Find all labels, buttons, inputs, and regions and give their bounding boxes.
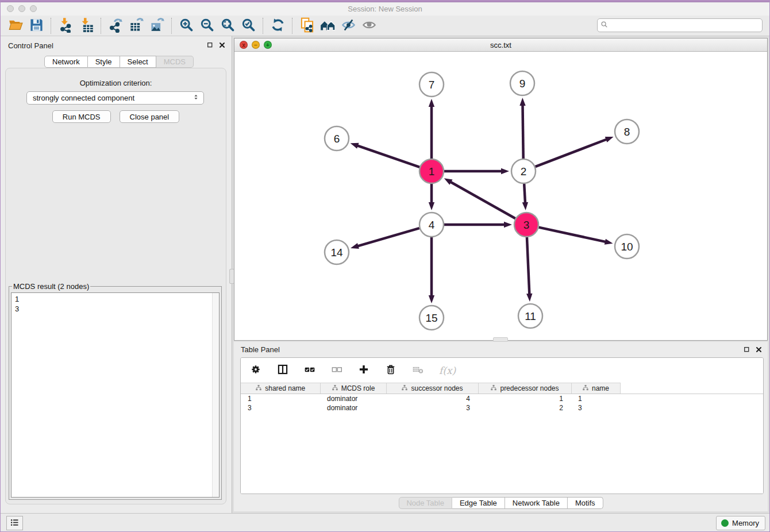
zoom-in-icon bbox=[179, 17, 194, 34]
table-panel-tabs: Node TableEdge TableNetwork TableMotifs bbox=[398, 497, 603, 509]
toolbar-separator bbox=[171, 18, 172, 34]
main-toolbar-buttons bbox=[5, 17, 379, 35]
export-image-icon bbox=[149, 17, 165, 34]
zoom-in-button[interactable] bbox=[176, 17, 197, 35]
export-table-button[interactable] bbox=[126, 17, 147, 35]
edge-arrowhead-1-6 bbox=[351, 143, 359, 149]
cell-successor-nodes[interactable]: 3 bbox=[386, 403, 478, 413]
save-session-button[interactable] bbox=[26, 17, 47, 35]
edge-3-1[interactable] bbox=[450, 182, 515, 218]
control-panel-title: Control Panel bbox=[8, 41, 53, 50]
show-all-button[interactable] bbox=[359, 17, 379, 35]
table-panel-float-button[interactable] bbox=[742, 345, 750, 353]
network-view-window: x − + scc.txt 7968124314101511 bbox=[234, 38, 768, 341]
control-panel-float-button[interactable] bbox=[206, 41, 214, 49]
apply-layout-button[interactable] bbox=[267, 17, 288, 35]
eye-icon bbox=[361, 17, 377, 34]
graph-node-label-10: 10 bbox=[621, 241, 633, 253]
function-builder-button: f(x) bbox=[439, 363, 456, 378]
cell-MCDS-role[interactable]: dominator bbox=[320, 394, 386, 403]
select-all-rows-button[interactable] bbox=[304, 363, 315, 378]
cell-predecessor-nodes[interactable]: 1 bbox=[478, 394, 571, 403]
import-network-button[interactable] bbox=[55, 17, 76, 35]
export-network-button[interactable] bbox=[105, 17, 126, 35]
export-table-icon bbox=[129, 17, 144, 34]
horizontal-splitter-grip[interactable] bbox=[493, 337, 508, 342]
network-canvas[interactable]: 7968124314101511 bbox=[234, 52, 767, 340]
table-row[interactable]: 1dominator411 bbox=[241, 394, 763, 403]
graph-node-label-4: 4 bbox=[429, 219, 435, 231]
criterion-select[interactable]: strongly connected component bbox=[26, 91, 204, 105]
table-panel: Table Panel f(x) shared nameMCDS rolesuc… bbox=[234, 342, 768, 511]
run-mcds-button[interactable]: Run MCDS bbox=[52, 110, 111, 123]
column-header-successor-nodes[interactable]: successor nodes bbox=[386, 383, 478, 394]
delete-column-button[interactable] bbox=[385, 363, 396, 378]
mcds-result-scrollbar[interactable] bbox=[212, 293, 219, 497]
cell-shared-name[interactable]: 3 bbox=[241, 403, 320, 413]
toolbar-separator bbox=[292, 18, 292, 34]
tab-style[interactable]: Style bbox=[88, 56, 120, 68]
column-header-MCDS-role[interactable]: MCDS role bbox=[320, 383, 386, 394]
add-column-button[interactable] bbox=[358, 363, 369, 378]
import-table-button[interactable] bbox=[76, 17, 97, 35]
tab-motifs[interactable]: Motifs bbox=[568, 497, 603, 509]
tab-select[interactable]: Select bbox=[120, 56, 156, 68]
delete-table-button bbox=[412, 363, 424, 378]
zoom-selected-button[interactable] bbox=[238, 17, 259, 35]
edge-arrowhead-1-7 bbox=[429, 99, 434, 107]
cell-name[interactable]: 1 bbox=[571, 394, 620, 403]
table-panel-close-button[interactable] bbox=[754, 345, 763, 353]
node-table-header-row: shared nameMCDS rolesuccessor nodesprede… bbox=[241, 383, 763, 394]
close-panel-button[interactable]: Close panel bbox=[120, 110, 180, 123]
tab-edge-table[interactable]: Edge Table bbox=[452, 497, 505, 509]
plus-icon bbox=[358, 364, 369, 377]
first-neighbors-button[interactable] bbox=[317, 17, 338, 35]
network-graph[interactable]: 7968124314101511 bbox=[234, 52, 767, 340]
combo-arrows-icon bbox=[192, 92, 200, 104]
network-window-titlebar[interactable]: x − + scc.txt bbox=[234, 38, 767, 52]
open-session-button[interactable] bbox=[5, 17, 26, 35]
toggle-columns-button[interactable] bbox=[277, 363, 288, 378]
column-header-predecessor-nodes[interactable]: predecessor nodes bbox=[478, 383, 571, 394]
edge-1-6[interactable] bbox=[357, 145, 419, 167]
search-input[interactable] bbox=[609, 20, 760, 31]
task-history-button[interactable] bbox=[6, 516, 23, 530]
clone-network-button[interactable] bbox=[297, 17, 317, 35]
status-bar: Memory bbox=[1, 513, 769, 532]
mcds-result-box[interactable]: 1 3 bbox=[11, 292, 220, 498]
edge-2-8[interactable] bbox=[536, 139, 607, 167]
cell-filler bbox=[620, 394, 763, 403]
table-row[interactable]: 3dominator323 bbox=[241, 403, 763, 413]
zoom-out-button[interactable] bbox=[197, 17, 217, 35]
hide-selected-button[interactable] bbox=[338, 17, 359, 35]
memory-button[interactable]: Memory bbox=[716, 516, 765, 530]
edge-2-9[interactable] bbox=[522, 105, 523, 159]
edge-arrowhead-3-10 bbox=[605, 239, 613, 245]
cell-MCDS-role[interactable]: dominator bbox=[320, 403, 386, 413]
deselect-all-rows-button[interactable] bbox=[331, 363, 342, 378]
edge-4-14[interactable] bbox=[357, 228, 419, 246]
edge-arrowhead-3-1 bbox=[444, 178, 453, 184]
edge-3-11[interactable] bbox=[527, 237, 529, 295]
table-settings-button[interactable] bbox=[250, 363, 261, 378]
zoom-fit-button[interactable] bbox=[217, 17, 238, 35]
cell-name[interactable]: 3 bbox=[571, 403, 620, 413]
table-delete-icon bbox=[412, 364, 424, 377]
cell-shared-name[interactable]: 1 bbox=[241, 394, 320, 403]
control-panel-close-button[interactable] bbox=[218, 41, 226, 49]
cell-successor-nodes[interactable]: 4 bbox=[386, 394, 478, 403]
export-image-button[interactable] bbox=[147, 17, 167, 35]
tab-node-table[interactable]: Node Table bbox=[398, 497, 452, 509]
cell-predecessor-nodes[interactable]: 2 bbox=[478, 403, 571, 413]
tab-network-table[interactable]: Network Table bbox=[505, 497, 568, 509]
column-header-name[interactable]: name bbox=[571, 383, 620, 394]
tab-mcds[interactable]: MCDS bbox=[156, 56, 194, 68]
tab-network[interactable]: Network bbox=[44, 56, 88, 68]
edge-arrowhead-3-11 bbox=[526, 294, 532, 302]
column-header-shared-name[interactable]: shared name bbox=[241, 383, 320, 394]
edge-2-3[interactable] bbox=[524, 184, 525, 203]
edge-3-10[interactable] bbox=[538, 228, 606, 242]
search-box[interactable] bbox=[597, 18, 763, 32]
table-toolbar: f(x) bbox=[241, 358, 763, 383]
table-panel-title: Table Panel bbox=[241, 345, 280, 354]
